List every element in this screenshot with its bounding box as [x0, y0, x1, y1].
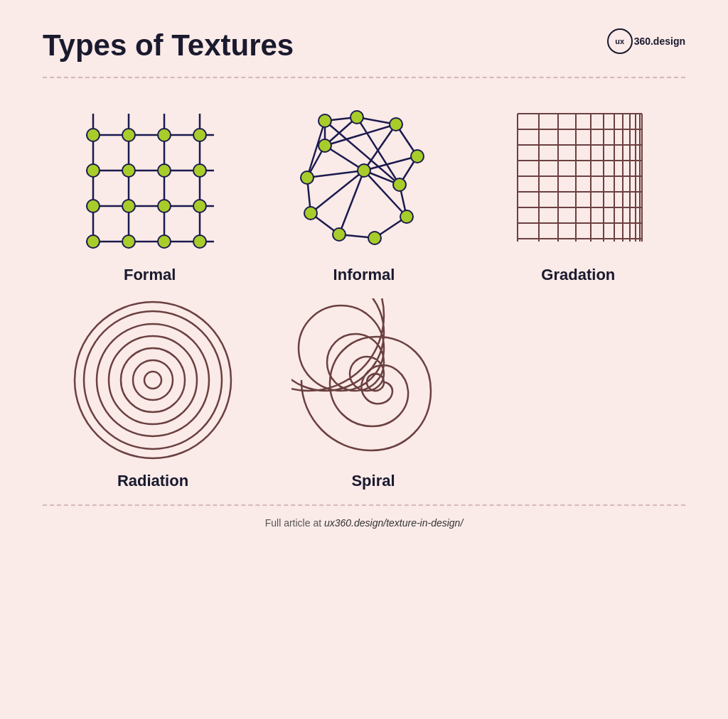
texture-row-2: Radiation Spiral: [43, 298, 685, 490]
svg-point-8: [87, 129, 100, 141]
svg-point-19: [193, 200, 206, 212]
texture-gradation: Gradation: [500, 99, 656, 284]
svg-point-22: [158, 235, 171, 248]
svg-point-21: [122, 235, 135, 248]
svg-point-23: [193, 235, 206, 248]
svg-point-48: [318, 114, 331, 127]
svg-line-46: [364, 171, 407, 217]
logo-icon: ux: [607, 28, 633, 54]
texture-row-1: Formal: [43, 99, 685, 284]
svg-point-87: [75, 302, 231, 458]
texture-spiral: Spiral: [291, 298, 455, 490]
page: ux 360.design Types of Textures: [0, 0, 728, 719]
formal-label: Formal: [124, 266, 176, 284]
spiral-label: Spiral: [351, 472, 395, 490]
radiation-label: Radiation: [117, 472, 188, 490]
svg-point-59: [358, 164, 370, 177]
svg-point-56: [304, 207, 317, 220]
svg-point-14: [158, 164, 171, 177]
texture-radiation: Radiation: [71, 298, 235, 490]
svg-point-55: [333, 228, 346, 241]
logo-text: 360.design: [634, 36, 685, 47]
svg-point-10: [158, 129, 171, 141]
svg-point-54: [368, 232, 381, 244]
svg-point-82: [133, 360, 173, 400]
spiral-svg: [291, 298, 455, 462]
svg-point-50: [390, 118, 402, 131]
svg-point-17: [122, 200, 135, 212]
svg-point-53: [400, 210, 413, 223]
top-divider: [43, 77, 685, 78]
svg-point-57: [301, 171, 314, 184]
svg-point-16: [87, 200, 100, 212]
svg-point-81: [144, 372, 161, 389]
svg-point-85: [97, 324, 209, 436]
svg-point-9: [122, 129, 135, 141]
gradation-svg: [500, 99, 656, 256]
svg-point-58: [318, 139, 331, 152]
page-title: Types of Textures: [43, 28, 685, 63]
svg-point-15: [193, 164, 206, 177]
svg-point-84: [109, 336, 197, 424]
bottom-divider: [43, 504, 685, 506]
svg-point-52: [393, 178, 406, 191]
svg-point-49: [350, 111, 363, 124]
texture-formal: Formal: [72, 99, 228, 284]
logo: ux 360.design: [607, 28, 685, 54]
svg-point-12: [87, 164, 100, 177]
svg-point-86: [84, 311, 222, 449]
svg-point-13: [122, 164, 135, 177]
gradation-label: Gradation: [541, 266, 615, 284]
informal-label: Informal: [333, 266, 395, 284]
svg-point-83: [121, 348, 185, 412]
texture-informal: Informal: [286, 99, 442, 284]
svg-point-11: [193, 129, 206, 141]
svg-point-51: [411, 150, 424, 163]
formal-svg: [72, 99, 228, 256]
svg-point-20: [87, 235, 100, 248]
footer-link: ux360.design/texture-in-design/: [324, 517, 463, 529]
radiation-svg: [71, 298, 235, 462]
svg-point-18: [158, 200, 171, 212]
informal-svg: [286, 99, 442, 256]
footer-text: Full article at ux360.design/texture-in-…: [43, 517, 685, 529]
